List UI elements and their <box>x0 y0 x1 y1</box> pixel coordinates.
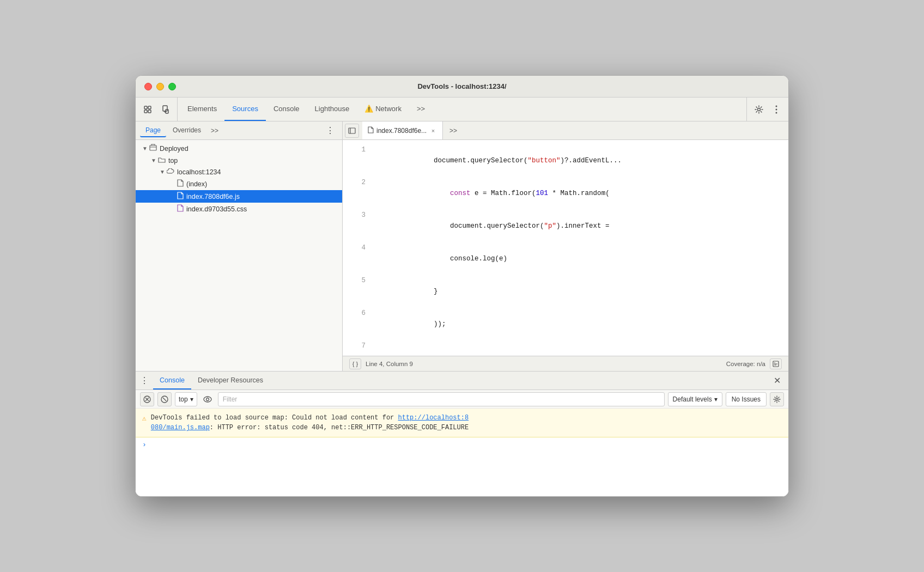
cursor-icon[interactable] <box>140 102 155 117</box>
sidebar-toggle-icon[interactable] <box>345 124 359 138</box>
code-line-2: 2 const e = Math.floor(101 * Math.random… <box>343 177 788 210</box>
code-line-1: 1 document.querySelector("button")?.addE… <box>343 144 788 177</box>
svg-rect-4 <box>163 106 167 111</box>
code-line-4: 4 console.log(e) <box>343 242 788 275</box>
warning-text: DevTools failed to load source map: Coul… <box>151 413 782 433</box>
chevron-down-icon: ▾ <box>190 395 193 403</box>
svg-point-16 <box>204 397 211 402</box>
settings-icon[interactable] <box>751 102 767 117</box>
minimize-button[interactable] <box>156 83 164 90</box>
left-panel-tabs: Page Overrides >> ⋮ <box>136 121 342 140</box>
svg-rect-3 <box>148 110 151 113</box>
bottom-panel: ⋮ Console Developer Resources ✕ <box>136 371 788 496</box>
chevron-down-icon: ▼ <box>160 169 165 175</box>
maximize-button[interactable] <box>168 83 176 90</box>
warning-icon: ⚠ <box>142 413 147 424</box>
close-button[interactable] <box>144 83 152 90</box>
devtools-main: Page Overrides >> ⋮ ▼ <box>136 121 788 371</box>
devtools-body: Page Overrides >> ⋮ ▼ <box>136 121 788 496</box>
console-toolbar: top ▾ Default levels ▾ No Issues <box>136 390 788 409</box>
svg-point-10 <box>776 112 777 113</box>
format-button[interactable] <box>770 358 782 369</box>
svg-rect-1 <box>148 106 151 109</box>
editor-tab-filename: index.7808df6e... <box>376 127 427 135</box>
code-line-5: 5 } <box>343 275 788 308</box>
traffic-lights <box>144 83 176 90</box>
svg-point-17 <box>206 398 209 400</box>
tab-console-bottom[interactable]: Console <box>153 372 191 390</box>
js-tab-icon <box>368 126 374 135</box>
console-warning-message: ⚠ DevTools failed to load source map: Co… <box>136 409 788 437</box>
file-tree: ▼ Deployed ▼ <box>136 140 342 371</box>
left-panel: Page Overrides >> ⋮ ▼ <box>136 121 343 371</box>
console-options-icon[interactable]: ⋮ <box>140 375 149 386</box>
more-options-icon[interactable] <box>769 102 784 117</box>
tree-item-top[interactable]: ▼ top <box>136 155 342 166</box>
left-panel-options-icon[interactable]: ⋮ <box>323 124 338 137</box>
warning-link[interactable]: http://localhost:8080/main.js.map <box>151 414 469 431</box>
editor-status-bar: { } Line 4, Column 9 Coverage: n/a <box>343 356 788 371</box>
chevron-down-icon: ▼ <box>151 157 156 163</box>
no-issues-button[interactable]: No Issues <box>726 392 767 406</box>
tree-item-index[interactable]: (index) <box>136 178 342 190</box>
console-tabs: ⋮ Console Developer Resources ✕ <box>136 372 788 390</box>
file-icon <box>177 179 184 188</box>
code-line-7: 7 <box>343 340 788 351</box>
svg-rect-0 <box>144 106 147 109</box>
default-levels-selector[interactable]: Default levels ▾ <box>668 392 722 406</box>
filter-icon[interactable] <box>157 392 172 406</box>
folder-icon <box>158 156 166 165</box>
tab-page[interactable]: Page <box>140 124 166 137</box>
tree-item-css-file[interactable]: index.d9703d55.css <box>136 203 342 215</box>
live-expressions-icon[interactable] <box>200 392 215 406</box>
tree-item-localhost[interactable]: ▼ localhost:1234 <box>136 166 342 178</box>
cloud-icon <box>167 168 174 176</box>
chevron-down-icon: ▼ <box>142 145 148 151</box>
tab-sources[interactable]: Sources <box>224 98 266 121</box>
tab-network[interactable]: ⚠️ Network <box>357 98 409 121</box>
device-icon[interactable] <box>157 102 173 117</box>
deployed-icon <box>149 144 157 153</box>
svg-point-8 <box>776 105 777 107</box>
code-line-6: 6 )); <box>343 308 788 340</box>
svg-rect-12 <box>349 128 355 133</box>
svg-point-9 <box>776 108 777 110</box>
editor-tab-js[interactable]: index.7808df6e... × <box>362 121 443 139</box>
code-line-3: 3 document.querySelector("p").innerText … <box>343 210 788 242</box>
editor-tabs: index.7808df6e... × >> <box>343 121 788 140</box>
code-editor[interactable]: 1 document.querySelector("button")?.addE… <box>343 140 788 356</box>
tab-more-left[interactable]: >> <box>208 125 222 137</box>
cursor-position: Line 4, Column 9 <box>366 361 413 367</box>
devtools-tab-icons-left <box>140 98 178 121</box>
devtools-window: DevTools - localhost:1234/ <box>135 75 789 497</box>
console-content: ⚠ DevTools failed to load source map: Co… <box>136 409 788 496</box>
close-tab-icon[interactable]: × <box>429 127 437 135</box>
devtools-tab-list: Elements Sources Console Lighthouse ⚠️ N… <box>180 98 746 121</box>
tab-lighthouse[interactable]: Lighthouse <box>307 98 357 121</box>
close-console-icon[interactable]: ✕ <box>770 374 784 387</box>
tab-more[interactable]: >> <box>409 98 433 121</box>
title-bar: DevTools - localhost:1234/ <box>136 76 788 98</box>
svg-point-7 <box>758 108 761 111</box>
tab-overrides[interactable]: Overrides <box>167 124 206 137</box>
format-braces-icon[interactable]: { } <box>349 358 361 369</box>
coverage-info: Coverage: n/a <box>726 361 765 367</box>
devtools-tab-bar: Elements Sources Console Lighthouse ⚠️ N… <box>136 98 788 121</box>
context-selector[interactable]: top ▾ <box>175 392 197 406</box>
tree-item-js-file[interactable]: index.7808df6e.js <box>136 190 342 203</box>
clear-console-icon[interactable] <box>140 392 154 406</box>
window-title: DevTools - localhost:1234/ <box>417 82 506 90</box>
tab-elements[interactable]: Elements <box>180 98 224 121</box>
css-file-icon <box>177 204 184 214</box>
tree-item-deployed[interactable]: ▼ Deployed <box>136 142 342 155</box>
editor-tab-more[interactable]: >> <box>445 127 461 135</box>
tab-console[interactable]: Console <box>266 98 307 121</box>
tab-developer-resources[interactable]: Developer Resources <box>191 372 270 390</box>
js-file-icon <box>177 192 184 201</box>
filter-input[interactable] <box>218 392 665 406</box>
console-prompt[interactable]: › <box>136 437 788 452</box>
svg-rect-11 <box>150 145 156 150</box>
chevron-down-icon: ▾ <box>714 395 718 403</box>
right-panel: index.7808df6e... × >> 1 document.queryS… <box>343 121 788 371</box>
console-settings-icon[interactable] <box>770 392 784 406</box>
